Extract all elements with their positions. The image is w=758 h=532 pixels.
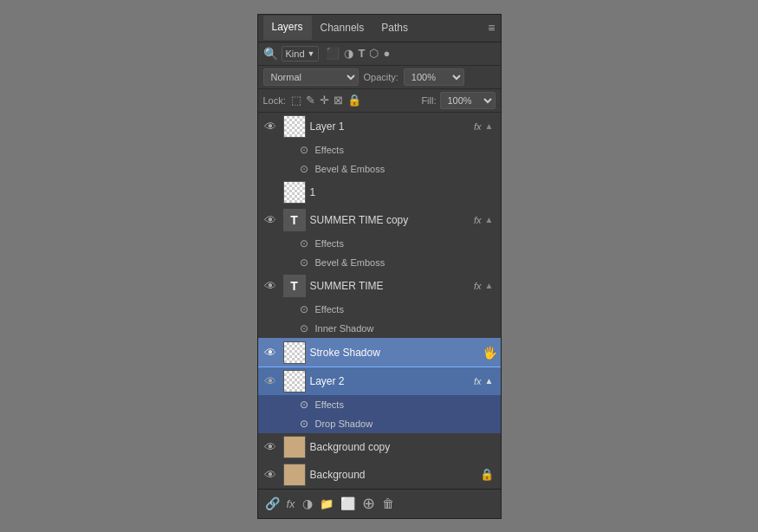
shape-filter-icon[interactable]: ⬡ [369,47,379,60]
layer-name: SUMMER TIME copy [310,214,475,226]
smart-filter-icon[interactable]: ● [383,47,390,60]
tab-channels[interactable]: Channels [312,16,373,39]
layer-row[interactable]: 👁 Layer 1 fx ▲ [258,113,501,140]
visibility-icon[interactable]: 👁 [262,346,279,360]
effect-name: Drop Shadow [315,418,373,429]
fx-icon[interactable]: fx [474,215,482,225]
filter-bar: 🔍 Kind ▼ ⬛ ◑ T ⬡ ● [258,42,501,66]
effects-expand-icon[interactable]: ⊙ [300,303,315,315]
fx-icon[interactable]: fx [474,281,482,291]
layer-name: Stroke Shadow [310,347,479,359]
effect-icon: ⊙ [300,163,315,175]
fx-button[interactable]: fx [287,497,295,510]
lock-transparent-icon[interactable]: ⬚ [291,94,301,107]
lock-icon: 🔒 [480,468,494,481]
new-layer-icon[interactable]: ⬜ [340,496,355,510]
effect-icon: ⊙ [300,418,315,430]
lock-row: Lock: ⬚ ✎ ✛ ⊠ 🔒 Fill: 100% [258,89,501,113]
layer-row[interactable]: 👁 Background 🔒 [258,461,501,489]
blend-row: Normal Opacity: 100% [258,66,501,89]
effects-expand-icon[interactable]: ⊙ [300,237,315,250]
layer-thumbnail [283,181,306,204]
blend-mode-select[interactable]: Normal [263,68,359,86]
effect-name: Bevel & Emboss [315,257,385,268]
layer-row[interactable]: 👁 Background copy [258,433,501,461]
search-icon: 🔍 [263,47,278,61]
tab-layers[interactable]: Layers [263,16,312,40]
visibility-icon[interactable]: 👁 [262,440,279,454]
layer-thumbnail [283,436,306,458]
panel-menu-icon[interactable]: ≡ [488,21,495,35]
visibility-icon[interactable]: 👁 [262,185,279,199]
effects-label: Effects [315,238,344,249]
visibility-icon[interactable]: 👁 [262,374,279,388]
bevel-emboss-row[interactable]: ⊙ Bevel & Emboss [258,253,501,272]
opacity-label: Opacity: [364,72,398,82]
effects-label: Effects [315,399,344,410]
opacity-select[interactable]: 100% [404,68,464,86]
effects-label: Effects [315,304,344,315]
layer-name: SUMMER TIME [310,280,475,292]
fx-icon[interactable]: fx [474,376,482,386]
effects-row[interactable]: ⊙ Effects [258,300,501,319]
add-mask-icon[interactable]: ⊕ [362,494,375,513]
inner-shadow-row[interactable]: ⊙ Inner Shadow [258,319,501,338]
layer-name: Background [310,469,480,481]
new-group-icon[interactable]: 📁 [320,497,334,510]
lock-position-icon[interactable]: ✛ [320,94,329,107]
lock-artboard-icon[interactable]: ⊠ [334,94,343,107]
kind-label: Kind [286,49,305,59]
effects-expand-icon[interactable]: ⊙ [300,399,315,411]
layer-thumbnail [283,464,306,486]
link-layers-icon[interactable]: 🔗 [265,496,280,510]
collapse-icon[interactable]: ▲ [485,121,494,131]
effect-name: Inner Shadow [315,323,374,334]
layer-row[interactable]: 👁 T SUMMER TIME copy fx ▲ [258,206,501,234]
layer-thumbnail [283,115,306,138]
collapse-icon[interactable]: ▲ [485,281,494,290]
layer-row[interactable]: 👁 Layer 2 fx ▲ [258,367,501,395]
layer-thumbnail [283,370,306,393]
layer-name: 1 [310,186,497,198]
text-filter-icon[interactable]: T [358,47,365,60]
layer-thumbnail [283,341,306,364]
visibility-icon[interactable]: 👁 [262,120,279,133]
layer-name: Background copy [310,441,497,453]
pixel-filter-icon[interactable]: ⬛ [326,47,340,60]
lock-pixels-icon[interactable]: ✎ [306,94,315,107]
fill-label: Fill: [421,95,436,106]
effects-expand-icon[interactable]: ⊙ [300,144,315,156]
effects-row[interactable]: ⊙ Effects [258,234,501,253]
effects-row[interactable]: ⊙ Effects [258,395,501,414]
layers-panel: Layers Channels Paths ≡ 🔍 Kind ▼ ⬛ ◑ T ⬡… [257,14,502,519]
kind-chevron-icon: ▼ [308,49,315,58]
cursor-hand-icon: 🖐 [483,346,497,360]
filter-icons: ⬛ ◑ T ⬡ ● [326,47,390,60]
lock-all-icon[interactable]: 🔒 [347,94,361,107]
stroke-shadow-row[interactable]: 👁 Stroke Shadow 🖐 [258,338,501,367]
tab-paths[interactable]: Paths [373,16,417,39]
collapse-icon[interactable]: ▲ [485,215,494,224]
adjust-filter-icon[interactable]: ◑ [344,47,353,60]
layer-thumbnail: T [283,209,306,231]
fx-icon[interactable]: fx [474,121,482,132]
lock-icons: ⬚ ✎ ✛ ⊠ 🔒 [291,94,361,107]
visibility-icon[interactable]: 👁 [262,468,279,482]
visibility-icon[interactable]: 👁 [262,213,279,227]
effect-name: Bevel & Emboss [315,164,385,174]
collapse-icon[interactable]: ▲ [485,376,494,386]
tab-bar: Layers Channels Paths ≡ [258,15,501,42]
bottom-toolbar: 🔗 fx ◑ 📁 ⬜ ⊕ 🗑 [258,489,501,518]
layer-name: Layer 2 [310,375,475,387]
kind-dropdown[interactable]: Kind ▼ [282,46,320,62]
visibility-icon[interactable]: 👁 [262,279,279,293]
drop-shadow-row[interactable]: ⊙ Drop Shadow [258,414,501,433]
new-adjustment-icon[interactable]: ◑ [302,496,313,510]
layer-row[interactable]: 👁 T SUMMER TIME fx ▲ [258,272,501,300]
effect-icon: ⊙ [300,256,315,269]
layer-row[interactable]: 👁 1 [258,178,501,206]
fill-select[interactable]: 100% [440,92,496,109]
bevel-emboss-row[interactable]: ⊙ Bevel & Emboss [258,159,501,178]
delete-layer-icon[interactable]: 🗑 [382,496,394,510]
effects-row[interactable]: ⊙ Effects [258,140,501,159]
